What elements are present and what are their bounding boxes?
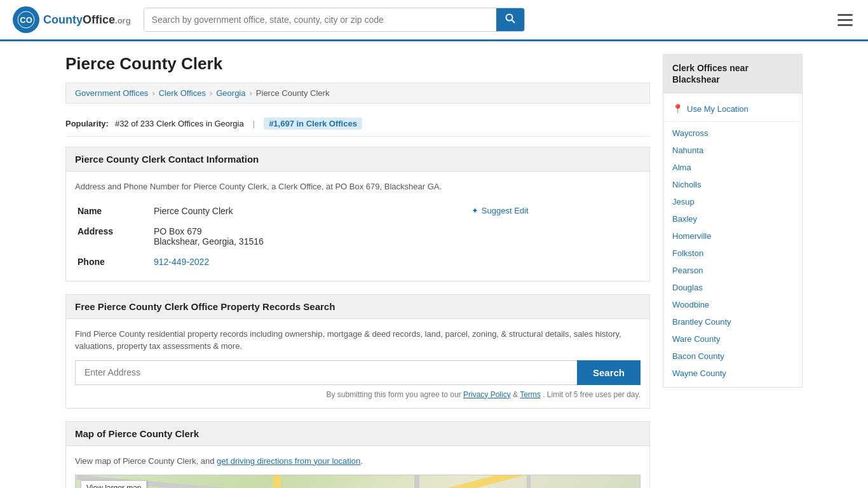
location-icon: 📍 — [672, 104, 683, 114]
sidebar-item-brantley-county[interactable]: Brantley County — [663, 313, 802, 330]
popularity-label: Popularity: — [65, 119, 109, 128]
breadcrumb-sep: › — [210, 88, 212, 98]
svg-point-2 — [506, 15, 512, 21]
sidebar-item-baxley[interactable]: Baxley — [663, 210, 802, 227]
contact-name-row: Name Pierce County Clerk ✦ Suggest Edit — [75, 201, 641, 221]
popularity-badge: #1,697 in Clerk Offices — [264, 118, 362, 130]
property-header: Free Pierce County Clerk Office Property… — [66, 295, 649, 319]
svg-text:CO: CO — [20, 15, 32, 25]
breadcrumb-government-offices[interactable]: Government Offices — [75, 88, 148, 98]
sidebar-item-ware-county[interactable]: Ware County — [663, 330, 802, 348]
address-search-form: Search — [75, 360, 641, 385]
sidebar-box: Clerk Offices near Blackshear 📍 Use My L… — [663, 54, 803, 388]
directions-link[interactable]: get driving directions from your locatio… — [217, 456, 360, 466]
property-body: Find Pierce County residential property … — [66, 319, 649, 408]
disclaimer-end: . Limit of 5 free uses per day. — [543, 390, 641, 399]
terms-link[interactable]: Terms — [520, 390, 541, 399]
page-title: Pierce County Clerk — [65, 54, 650, 74]
pop-sep: | — [253, 119, 255, 128]
search-bar — [144, 8, 525, 32]
sidebar-body: 📍 Use My Location Waycross Nahunta Alma … — [663, 93, 802, 387]
name-value: Pierce County Clerk — [151, 201, 469, 221]
property-description: Find Pierce County residential property … — [75, 328, 641, 353]
map-container: Peaches & Dreams Blac... ▼ 📍 View larger… — [75, 475, 641, 488]
sidebar-item-homerville[interactable]: Homerville — [663, 227, 802, 245]
menu-button[interactable] — [835, 11, 855, 29]
contact-header: Pierce County Clerk Contact Information — [66, 147, 649, 172]
phone-empty-cell — [469, 252, 641, 272]
suggest-edit-link[interactable]: ✦ Suggest Edit — [471, 206, 638, 215]
address-input[interactable] — [75, 360, 577, 385]
logo-icon: CO — [13, 6, 39, 33]
phone-label: Phone — [75, 252, 151, 272]
popularity-rank: #32 of 233 Clerk Offices in Georgia — [115, 119, 244, 128]
breadcrumb-sep: › — [249, 88, 252, 98]
breadcrumb-current: Pierce County Clerk — [256, 88, 330, 98]
sidebar-item-folkston[interactable]: Folkston — [663, 245, 802, 262]
map-placeholder: Peaches & Dreams Blac... ▼ 📍 View larger… — [76, 475, 640, 488]
popularity-bar: Popularity: #32 of 233 Clerk Offices in … — [65, 111, 650, 137]
sidebar-item-nicholls[interactable]: Nicholls — [663, 176, 802, 193]
privacy-policy-link[interactable]: Privacy Policy — [463, 390, 511, 399]
search-button[interactable] — [496, 8, 524, 31]
address-empty-cell — [469, 221, 641, 252]
contact-body: Address and Phone Number for Pierce Coun… — [66, 172, 649, 281]
disclaimer-amp: & — [513, 390, 520, 399]
content: Pierce County Clerk Government Offices ›… — [65, 54, 650, 488]
address-label: Address — [75, 221, 151, 252]
sidebar-item-pearson[interactable]: Pearson — [663, 262, 802, 279]
address-line2: Blackshear, Georgia, 31516 — [154, 236, 466, 247]
sidebar-divider — [663, 121, 802, 122]
map-desc-text: View map of Pierce County Clerk, and — [75, 456, 217, 466]
phone-value: 912-449-2022 — [151, 252, 469, 272]
hamburger-line — [837, 14, 853, 16]
sidebar-location: 📍 Use My Location — [663, 98, 802, 119]
map-section: Map of Pierce County Clerk View map of P… — [65, 421, 650, 489]
edit-icon: ✦ — [471, 206, 478, 215]
contact-phone-row: Phone 912-449-2022 — [75, 252, 641, 272]
name-label: Name — [75, 201, 151, 221]
map-description: View map of Pierce County Clerk, and get… — [75, 455, 641, 468]
sidebar-item-woodbine[interactable]: Woodbine — [663, 296, 802, 313]
logo[interactable]: CO CountyOffice.org — [13, 6, 131, 33]
sidebar-item-nahunta[interactable]: Nahunta — [663, 142, 802, 159]
form-disclaimer: By submitting this form you agree to our… — [75, 390, 641, 399]
address-line1: PO Box 679 — [154, 226, 466, 236]
contact-table: Name Pierce County Clerk ✦ Suggest Edit … — [75, 201, 641, 272]
sidebar-item-wayne-county[interactable]: Wayne County — [663, 365, 802, 382]
address-value: PO Box 679 Blackshear, Georgia, 31516 — [151, 221, 469, 252]
header: CO CountyOffice.org — [0, 0, 868, 41]
sidebar: Clerk Offices near Blackshear 📍 Use My L… — [663, 54, 803, 488]
suggest-edit-cell: ✦ Suggest Edit — [469, 201, 641, 221]
sidebar-item-waycross[interactable]: Waycross — [663, 125, 802, 142]
suggest-edit-label: Suggest Edit — [482, 206, 529, 215]
logo-text: CountyOffice.org — [43, 13, 131, 27]
property-section: Free Pierce County Clerk Office Property… — [65, 294, 650, 409]
hamburger-line — [837, 24, 853, 26]
property-search-button[interactable]: Search — [577, 360, 641, 385]
disclaimer-text: By submitting this form you agree to our — [327, 390, 463, 399]
view-larger-map-button[interactable]: View larger map — [81, 480, 147, 488]
contact-description: Address and Phone Number for Pierce Coun… — [75, 180, 641, 193]
contact-section: Pierce County Clerk Contact Information … — [65, 147, 650, 281]
sidebar-item-bacon-county[interactable]: Bacon County — [663, 348, 802, 365]
breadcrumb-georgia[interactable]: Georgia — [216, 88, 245, 98]
contact-address-row: Address PO Box 679 Blackshear, Georgia, … — [75, 221, 641, 252]
breadcrumb-sep: › — [152, 88, 154, 98]
hamburger-line — [837, 19, 853, 21]
sidebar-header: Clerk Offices near Blackshear — [663, 55, 802, 93]
map-header: Map of Pierce County Clerk — [66, 422, 649, 446]
use-my-location-link[interactable]: Use My Location — [687, 104, 749, 114]
sidebar-item-alma[interactable]: Alma — [663, 159, 802, 176]
svg-line-3 — [512, 20, 515, 24]
sidebar-item-douglas[interactable]: Douglas — [663, 279, 802, 296]
sidebar-item-jesup[interactable]: Jesup — [663, 193, 802, 210]
logo-county: County — [43, 13, 83, 26]
logo-office: Office — [83, 13, 115, 26]
logo-domain: .org — [115, 16, 131, 25]
main-wrapper: Pierce County Clerk Government Offices ›… — [53, 41, 815, 488]
breadcrumb: Government Offices › Clerk Offices › Geo… — [65, 83, 650, 104]
breadcrumb-clerk-offices[interactable]: Clerk Offices — [159, 88, 206, 98]
search-input[interactable] — [144, 8, 496, 31]
phone-link[interactable]: 912-449-2022 — [154, 257, 209, 267]
